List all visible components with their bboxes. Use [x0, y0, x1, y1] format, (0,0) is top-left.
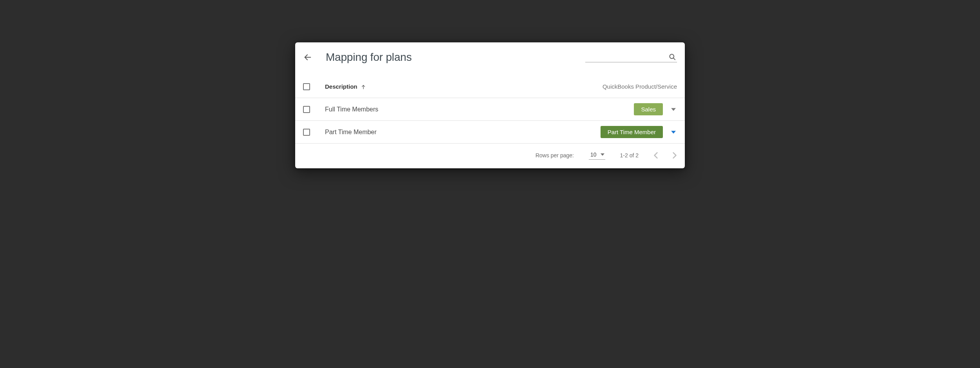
next-page-button[interactable] — [672, 152, 677, 158]
prev-page-button[interactable] — [653, 152, 658, 158]
column-header-description[interactable]: Description — [325, 83, 603, 90]
mapping-table: Description QuickBooks Product/Service F… — [295, 75, 685, 144]
card-header: Mapping for plans — [295, 42, 685, 75]
page-nav — [653, 152, 677, 158]
caret-down-icon — [601, 153, 604, 157]
page-range-label: 1-2 of 2 — [620, 152, 639, 158]
table-header-row: Description QuickBooks Product/Service — [295, 75, 685, 98]
column-header-product: QuickBooks Product/Service — [603, 83, 677, 90]
row-product-cell: Part Time Member — [601, 126, 677, 138]
chevron-left-icon — [653, 152, 658, 158]
column-header-description-label: Description — [325, 83, 358, 90]
product-chip[interactable]: Sales — [634, 103, 663, 115]
row-description: Full Time Members — [325, 106, 634, 113]
row-menu-button[interactable] — [670, 130, 677, 135]
caret-down-icon — [671, 130, 676, 135]
row-checkbox[interactable] — [303, 106, 310, 113]
chevron-right-icon — [672, 152, 677, 158]
row-description: Part Time Member — [325, 129, 601, 136]
select-all-cell — [303, 83, 325, 90]
row-select-cell — [303, 129, 325, 136]
select-all-checkbox[interactable] — [303, 83, 310, 90]
search-input[interactable] — [585, 52, 677, 62]
mapping-card: Mapping for plans Description QuickBooks… — [295, 42, 685, 168]
table-row: Full Time Members Sales — [295, 98, 685, 121]
table-row: Part Time Member Part Time Member — [295, 121, 685, 144]
row-menu-button[interactable] — [670, 107, 677, 112]
caret-down-icon — [671, 107, 676, 112]
row-product-cell: Sales — [634, 103, 677, 115]
row-select-cell — [303, 106, 325, 113]
pagination-bar: Rows per page: 10 1-2 of 2 — [295, 144, 685, 168]
arrow-left-icon — [303, 53, 312, 62]
back-button[interactable] — [303, 53, 312, 62]
page-title: Mapping for plans — [326, 51, 412, 64]
sort-ascending-icon — [361, 84, 366, 90]
rows-per-page-label: Rows per page: — [535, 152, 574, 158]
product-chip[interactable]: Part Time Member — [601, 126, 663, 138]
rows-per-page-value: 10 — [590, 151, 597, 158]
rows-per-page-select[interactable]: 10 — [589, 151, 605, 160]
row-checkbox[interactable] — [303, 129, 310, 136]
search-field — [585, 52, 677, 62]
